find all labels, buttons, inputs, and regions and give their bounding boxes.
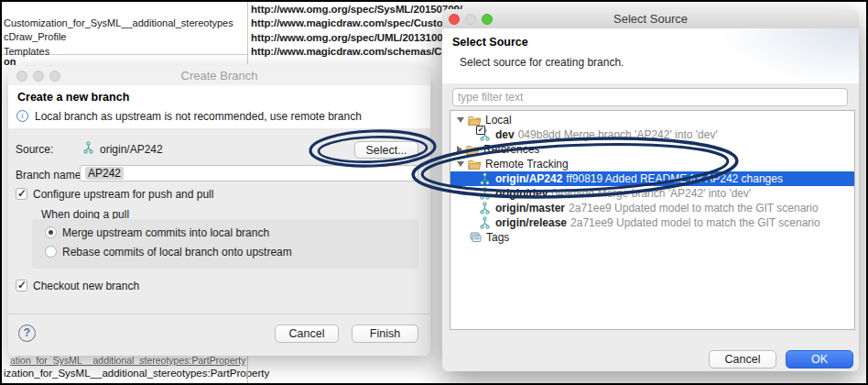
- table-cell-url[interactable]: http://www.omg.org/spec/UML/20131001/: [251, 32, 451, 43]
- table-cell-name[interactable]: cDraw_Profile: [4, 31, 66, 42]
- checkout-checkbox[interactable]: ✓: [16, 280, 27, 292]
- dialog-header-subtitle: Select source for creating branch.: [460, 56, 624, 69]
- info-icon: i: [16, 110, 28, 122]
- window-title: Create Branch: [8, 69, 430, 82]
- tree-row-remote-tracking[interactable]: Remote Tracking: [450, 157, 855, 171]
- checkout-label: Checkout new branch: [33, 280, 139, 292]
- branch-commit-info: 049b8dd Merge branch 'AP242' into 'dev': [518, 128, 718, 141]
- tree-row-origin-master[interactable]: origin/master2a71ee9 Updated model to ma…: [450, 201, 855, 215]
- create-branch-dialog: Create Branch Create a new branch i Loca…: [8, 66, 430, 356]
- merge-radio-label: Merge upstream commits into local branch: [62, 226, 269, 239]
- radio-dot: [49, 230, 53, 235]
- tree-folder-label: Remote Tracking: [485, 158, 569, 170]
- select-source-titlebar[interactable]: Select Source: [442, 9, 859, 29]
- help-button[interactable]: ?: [18, 324, 36, 342]
- cancel-button[interactable]: Cancel: [275, 324, 339, 343]
- table-cell-url[interactable]: http://www.omg.org/spec/SysML/20150709/: [251, 4, 462, 15]
- source-value: origin/AP242: [100, 143, 163, 156]
- banner-swoosh: [648, 28, 859, 83]
- branch-name: origin/release: [495, 216, 567, 229]
- background-bottom-text: ization_for_SysML__additional_stereotype…: [4, 368, 269, 379]
- background-blurred-text: ation_for_SysML__additional_stereotypes:…: [10, 355, 245, 366]
- screenshot-frame: http://www.omg.org/spec/SysML/20150709/C…: [0, 0, 868, 385]
- cancel-button[interactable]: Cancel: [709, 350, 776, 368]
- check-icon: ✓: [17, 279, 27, 292]
- branch-name-value: AP242: [85, 167, 124, 180]
- table-column-divider: [247, 2, 248, 64]
- configure-upstream-label: Configure upstream for push and pull: [33, 188, 213, 201]
- folder-icon: [466, 143, 480, 156]
- branch-name: origin/dev: [495, 187, 548, 200]
- footer-divider: [8, 314, 430, 314]
- table-cell-url[interactable]: http://www.magicdraw.com/schemas/CoreT: [251, 46, 464, 57]
- rebase-radio[interactable]: [45, 246, 57, 258]
- branch-commit-info: ff90819 Added README for AP242 changes: [566, 172, 783, 185]
- checked-out-badge: ✓: [476, 126, 485, 135]
- branch-name: origin/master: [495, 202, 565, 214]
- source-label: Source:: [16, 143, 53, 156]
- finish-button[interactable]: Finish: [352, 324, 418, 343]
- tree-row-dev[interactable]: ✓dev049b8dd Merge branch 'AP242' into 'd…: [450, 127, 855, 142]
- branch-commit-info: 2a71ee9 Updated model to match the GIT s…: [570, 216, 820, 229]
- tree-folder-label: References: [483, 143, 539, 156]
- table-cell-name[interactable]: Customization_for_SysML__additional_ster…: [4, 17, 233, 28]
- dialog-header-title: Select Source: [452, 36, 528, 49]
- tree-tags-label: Tags: [486, 231, 509, 244]
- chevron-expanded-icon[interactable]: [457, 161, 464, 167]
- tags-icon: [469, 231, 483, 244]
- tree-row-references[interactable]: References: [450, 142, 855, 157]
- configure-upstream-checkbox[interactable]: ✓: [16, 188, 27, 200]
- check-icon: ✓: [17, 187, 27, 200]
- window-title: Select Source: [442, 12, 859, 26]
- chevron-expanded-icon[interactable]: [457, 117, 464, 123]
- git-branch-icon: [478, 216, 492, 229]
- branch-tree[interactable]: Local✓dev049b8dd Merge branch 'AP242' in…: [450, 110, 855, 330]
- merge-radio[interactable]: [45, 226, 57, 238]
- ok-button[interactable]: OK: [786, 350, 853, 368]
- dialog-header-banner: Select Source Select source for creating…: [442, 28, 859, 83]
- table-column-divider-bottom: [247, 356, 248, 383]
- tree-row-origin-release[interactable]: origin/release2a71ee9 Updated model to m…: [450, 215, 855, 230]
- dialog-header-title: Create a new branch: [17, 91, 129, 104]
- tree-row-origin-ap242[interactable]: origin/AP242ff90819 Added README for AP2…: [450, 171, 855, 186]
- filter-placeholder: type filter text: [458, 91, 523, 104]
- create-branch-titlebar[interactable]: Create Branch: [8, 66, 430, 86]
- tree-folder-label: Local: [485, 114, 512, 126]
- tree-row-local[interactable]: Local: [450, 113, 855, 127]
- git-branch-icon: [478, 172, 492, 185]
- git-branch-icon: [478, 202, 492, 214]
- dialog-header-banner: Create a new branch i Local branch as up…: [8, 85, 430, 128]
- table-cell-url[interactable]: http://www.magicdraw.com/spec/Customiza: [251, 17, 466, 28]
- branch-name: dev: [495, 128, 515, 141]
- info-message: Local branch as upstream is not recommen…: [35, 110, 362, 123]
- git-branch-icon: ✓: [478, 128, 492, 141]
- git-branch-icon: [81, 141, 95, 154]
- rebase-radio-label: Rebase commits of local branch onto upst…: [62, 246, 292, 258]
- table-cell-name[interactable]: Templates: [4, 46, 49, 57]
- folder-icon: [468, 114, 482, 126]
- branch-name: origin/AP242: [495, 172, 562, 185]
- tree-row-tags[interactable]: Tags: [450, 230, 855, 245]
- select-source-dialog: Select Source Select Source Select sourc…: [442, 9, 859, 371]
- filter-input[interactable]: type filter text: [452, 88, 848, 106]
- branch-commit-info: 2a71ee9 Updated model to match the GIT s…: [569, 202, 819, 214]
- branch-name-input[interactable]: AP242: [80, 165, 418, 182]
- branch-commit-info: 049b8dd Merge branch 'AP242' into 'dev': [551, 187, 751, 200]
- git-branch-icon: [478, 187, 492, 200]
- select-button[interactable]: Select...: [354, 141, 418, 159]
- chevron-collapsed-icon[interactable]: [457, 146, 462, 153]
- branch-name-label: Branch name:: [16, 169, 84, 182]
- tree-row-origin-dev[interactable]: origin/dev049b8dd Merge branch 'AP242' i…: [450, 186, 855, 201]
- folder-icon: [468, 158, 482, 170]
